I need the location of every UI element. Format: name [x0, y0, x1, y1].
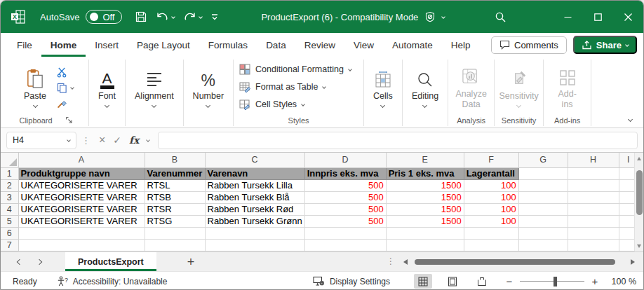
cell-A6[interactable] — [18, 227, 145, 239]
enter-button[interactable]: ✓ — [113, 134, 121, 146]
share-button[interactable]: Share — [573, 36, 637, 54]
row-header-6[interactable]: 6 — [1, 227, 18, 239]
format-as-table-button[interactable]: Format as Table — [239, 80, 326, 95]
tab-review[interactable]: Review — [295, 33, 344, 57]
tab-home[interactable]: Home — [41, 33, 86, 57]
sheet-bar-splitter[interactable]: ⋮ — [387, 256, 395, 266]
select-all-button[interactable] — [1, 153, 18, 167]
cell-H4[interactable] — [568, 203, 619, 215]
cell-F3[interactable]: 100 — [464, 191, 518, 203]
cell-C6[interactable] — [205, 227, 304, 239]
zoom-slider-thumb[interactable] — [554, 277, 557, 286]
cell-E7[interactable] — [386, 239, 464, 251]
cell-G6[interactable] — [518, 227, 568, 239]
paste-dropdown-chevron[interactable] — [32, 103, 37, 108]
column-header-C[interactable]: C — [205, 153, 304, 167]
alignment-menu-button[interactable]: Alignment — [129, 65, 180, 109]
cell-G1[interactable] — [518, 167, 568, 179]
name-box[interactable] — [6, 132, 76, 149]
search-button[interactable] — [495, 11, 507, 23]
cell-C3[interactable]: Rabben Tursekk Blå — [205, 191, 304, 203]
tab-file[interactable]: File — [8, 33, 41, 57]
scroll-down-arrow[interactable] — [637, 244, 641, 248]
tab-insert[interactable]: Insert — [86, 33, 128, 57]
font-dropdown-chevron[interactable] — [105, 103, 109, 108]
cell-E6[interactable] — [386, 227, 464, 239]
cell-F4[interactable]: 100 — [464, 203, 518, 215]
cell-D5[interactable]: 500 — [304, 215, 386, 227]
copy-button[interactable] — [57, 83, 74, 93]
tab-help[interactable]: Help — [442, 33, 480, 57]
autosave-toggle[interactable]: Off — [86, 10, 122, 24]
cell-B7[interactable] — [145, 239, 205, 251]
title-dropdown-chevron[interactable] — [442, 15, 446, 19]
cell-H7[interactable] — [568, 239, 619, 251]
tab-data[interactable]: Data — [257, 33, 295, 57]
cell-G5[interactable] — [518, 215, 568, 227]
cell-E2[interactable]: 1500 — [386, 179, 464, 191]
editing-dropdown-chevron[interactable] — [422, 103, 427, 108]
cell-F2[interactable]: 100 — [464, 179, 518, 191]
redo-button[interactable] — [183, 11, 202, 22]
undo-dropdown-chevron[interactable] — [172, 15, 176, 19]
format-painter-button[interactable] — [57, 98, 67, 109]
scroll-right-arrow[interactable] — [631, 259, 635, 265]
comments-button[interactable]: Comments — [491, 36, 567, 54]
column-header-F[interactable]: F — [464, 153, 518, 167]
cell-C2[interactable]: Rabben Tursekk Lilla — [205, 179, 304, 191]
column-header-H[interactable]: H — [568, 153, 619, 167]
row-header-7[interactable]: 7 — [1, 239, 18, 251]
cell-G4[interactable] — [518, 203, 568, 215]
page-break-preview-button[interactable] — [473, 274, 491, 289]
cell-H5[interactable] — [568, 215, 619, 227]
column-header-D[interactable]: D — [304, 153, 386, 167]
cell-styles-button[interactable]: Cell Styles — [239, 97, 304, 112]
cell-D2[interactable]: 500 — [304, 179, 386, 191]
cell-B1[interactable]: Varenummer — [145, 167, 205, 179]
redo-dropdown-chevron[interactable] — [199, 15, 203, 19]
conditional-formatting-button[interactable]: Conditional Formatting — [239, 62, 351, 77]
vertical-scrollbar-thumb[interactable] — [636, 170, 643, 215]
row-header-4[interactable]: 4 — [1, 203, 18, 215]
horizontal-scrollbar[interactable] — [403, 259, 625, 265]
vertical-scrollbar[interactable] — [634, 153, 643, 251]
cell-D3[interactable]: 500 — [304, 191, 386, 203]
cell-D6[interactable] — [304, 227, 386, 239]
cell-B5[interactable]: RTSG — [145, 215, 205, 227]
cells-dropdown-chevron[interactable] — [380, 103, 385, 108]
formula-bar-splitter[interactable]: ⋮ — [81, 135, 90, 146]
zoom-slider[interactable] — [520, 277, 584, 286]
scroll-left-arrow[interactable] — [403, 259, 408, 265]
normal-view-button[interactable] — [414, 274, 432, 289]
tab-page-layout[interactable]: Page Layout — [128, 33, 199, 57]
cell-A4[interactable]: UKATEGORISERTE VARER — [18, 203, 145, 215]
cell-E3[interactable]: 1500 — [386, 191, 464, 203]
cell-H2[interactable] — [568, 179, 619, 191]
cell-A3[interactable]: UKATEGORISERTE VARER — [18, 191, 145, 203]
cells-menu-button[interactable]: Cells — [368, 65, 398, 109]
tab-formulas[interactable]: Formulas — [199, 33, 257, 57]
cell-F7[interactable] — [464, 239, 518, 251]
cell-D4[interactable]: 500 — [304, 203, 386, 215]
name-box-chevron[interactable] — [67, 138, 71, 142]
cell-F6[interactable] — [464, 227, 518, 239]
number-menu-button[interactable]: % Number — [187, 65, 229, 109]
formula-input[interactable] — [158, 132, 638, 149]
cell-B2[interactable]: RTSL — [145, 179, 205, 191]
cell-C5[interactable]: Rabben Tursekk Grønn — [205, 215, 304, 227]
cell-B6[interactable] — [145, 227, 205, 239]
cell-H3[interactable] — [568, 191, 619, 203]
column-header-B[interactable]: B — [145, 153, 205, 167]
cell-C4[interactable]: Rabben Tursekk Rød — [205, 203, 304, 215]
accessibility-status[interactable]: ? Accessibility: Unavailable — [57, 276, 168, 287]
new-sheet-button[interactable]: + — [187, 256, 195, 268]
number-dropdown-chevron[interactable] — [206, 103, 210, 108]
cell-G3[interactable] — [518, 191, 568, 203]
scroll-up-arrow[interactable] — [637, 157, 641, 160]
cell-A5[interactable]: UKATEGORISERTE VARER — [18, 215, 145, 227]
column-header-G[interactable]: G — [518, 153, 568, 167]
formula-dropdown-chevron[interactable] — [147, 138, 151, 142]
previous-sheet-arrow[interactable] — [17, 258, 22, 264]
display-settings-button[interactable]: Display Settings — [313, 276, 390, 286]
cell-F1[interactable]: Lagerantall — [464, 167, 518, 179]
